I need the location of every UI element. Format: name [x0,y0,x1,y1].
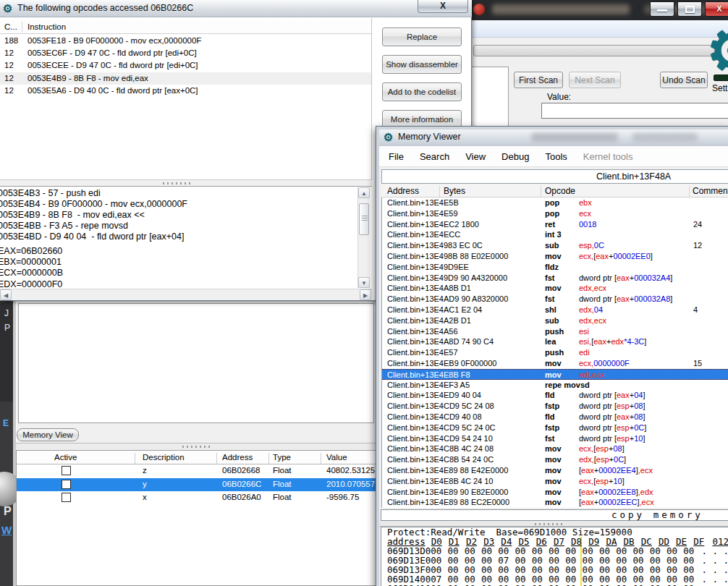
operand-segment: ecx, [579,444,593,453]
disassembler-row[interactable]: Client.bin+13E4C8B 54 24 0Cmovedx,[esp+0… [382,454,728,465]
active-checkbox[interactable] [62,480,71,489]
operand-segment: ecx [579,209,591,218]
operand-segment: dword ptr [ [579,273,617,282]
column-header-address[interactable]: Address [387,186,419,196]
access-count: 12 [4,74,14,82]
disassembler-row[interactable]: Client.bin+13E4E8B F8movedi,eax [382,369,728,380]
disassembler-row[interactable]: Client.bin+13E4AC1 E2 04shledx,044 [382,305,728,315]
active-checkbox[interactable] [62,493,71,502]
operand-segment: edx, [579,455,594,464]
minimize-button[interactable] [650,1,674,17]
disassembler-row[interactable]: Client.bin+13E4A2B D1subedx,ecx [382,315,728,326]
vertical-scrollbar[interactable]: ▲ ▼ [357,187,370,288]
add-to-codelist-button[interactable]: Add to the codelist [382,82,462,101]
scroll-up-icon[interactable]: ▲ [358,187,370,198]
next-scan-button[interactable]: Next Scan [569,72,621,88]
disassembler-row[interactable]: Client.bin+13E4E89 88 E42E0000mov[eax+00… [382,465,728,476]
memory-viewer-titlebar[interactable]: ⚙ Memory Viewer [379,129,728,146]
disassembler-row[interactable]: Client.bin+13E4ED9 40 04flddword ptr [ea… [382,390,728,401]
disassembler-row[interactable]: Client.bin+13E4AD9 90 A8320000fstdword p… [382,294,728,305]
operand-segment: ] [651,252,653,260]
disassembler-row[interactable]: Client.bin+13E49D9EEfldz [382,262,728,273]
memory-view-button[interactable]: Memory View [17,428,79,441]
settings-link[interactable]: Sett [712,83,727,93]
opcodes-titlebar[interactable]: ⚙ The following opcodes accessed 06B0266… [0,0,472,17]
scrollbar-thumb[interactable] [359,203,369,235]
table-row[interactable]: x06B026A0Float-9596.75 [17,491,376,505]
show-disassembler-button[interactable]: Show disassembler [382,55,462,74]
opcodes-splitter[interactable] [0,179,372,187]
disassembler-row[interactable]: Client.bin+13E4983 EC 0Csubesp,0C12 [382,240,728,251]
column-header-bytes[interactable]: Bytes [444,186,465,196]
disassembler-row[interactable]: Client.bin+13E4CD9 54 24 10fstdword ptr … [382,433,728,444]
column-header-instruction[interactable]: Instruction [27,22,66,31]
disassembler-row[interactable]: Client.bin+13E4CD9 5C 24 08fstpdword ptr… [382,401,728,412]
menu-kernel-tools[interactable]: Kernel tools [575,151,641,162]
disassembler-row[interactable]: Client.bin+13E4A8D 74 90 C4leaesi,[eax+e… [382,336,728,347]
disassembler-row[interactable]: Client.bin+13E4EC2 1800ret001824 [382,219,728,230]
menu-tools[interactable]: Tools [537,151,575,162]
first-scan-button[interactable]: First Scan [514,72,563,88]
menu-debug[interactable]: Debug [494,151,537,162]
column-header-comment[interactable]: Comment [693,186,728,196]
maximize-button[interactable] [677,1,702,17]
disassembler-row[interactable]: Client.bin+13E4E89 88 EC2E0000mov[eax+00… [382,497,728,508]
undo-scan-button[interactable]: Undo Scan [660,72,708,88]
menu-search[interactable]: Search [412,151,457,162]
disassembler-row[interactable]: Client.bin+13E4E57pushedi [382,347,728,358]
opcode-list-row[interactable]: 1880053FE18 - B9 0F000000 - mov ecx,0000… [0,35,372,47]
register-value: EBX=00000001 [0,257,63,268]
disassembler-row[interactable]: Client.bin+13E4E59popecx [382,208,728,219]
row-value: 2010.070557 [326,480,375,488]
column-divider [439,186,440,197]
row-operands: dword ptr [eax+000032A8] [579,294,672,303]
disassembler-row[interactable]: Client.bin+13E4C8B 4C 24 08movecx,[esp+0… [382,443,728,454]
disassembler-row[interactable]: Client.bin+13E4E5Bpopebx [382,198,728,208]
disassembler-address-bar[interactable]: Client.bin+13F48A [381,169,728,184]
disassembler-row[interactable]: Client.bin+13E498B 88 E02E0000movecx,[ea… [382,251,728,262]
scroll-left-icon[interactable]: ◀ [0,289,12,300]
disassembler-row[interactable]: Client.bin+13E49D9 90 A4320000fstdword p… [382,273,728,284]
scroll-down-icon[interactable]: ▼ [358,277,370,288]
close-button[interactable]: X [705,1,728,17]
hex-view-panel[interactable]: Protect:Read/Write Base=069D1000 Size=15… [381,527,728,586]
memory-viewer-splitter[interactable] [379,521,728,527]
table-splitter[interactable] [16,443,376,449]
active-checkbox[interactable] [62,466,71,475]
disassembler-row[interactable]: Client.bin+13E4ECCint 3 [382,229,728,240]
column-header-value[interactable]: Value [326,453,347,462]
menu-file[interactable]: File [381,151,412,162]
replace-button[interactable]: Replace [382,27,462,46]
disassembler-row[interactable]: Client.bin+13E4EB9 0F000000movecx,000000… [382,358,728,369]
opcode-list-row[interactable]: 120053E5A6 - D9 40 0C - fld dword ptr [e… [0,85,372,97]
table-row[interactable]: z06B02668Float40802.53125 [17,464,376,478]
opcode-list-row[interactable]: 120053EC6F - D9 47 0C - fld dword ptr [e… [0,47,372,59]
menu-view[interactable]: View [457,151,494,162]
horizontal-scrollbar[interactable]: ◀ ▶ [0,289,372,300]
column-header-type[interactable]: Type [273,453,291,462]
column-header-address[interactable]: Address [222,453,253,462]
disassembler-row[interactable]: Client.bin+13E4CD9 40 08flddword ptr [ea… [382,412,728,422]
column-header-opcode[interactable]: Opcode [545,186,575,196]
opcode-list-row[interactable]: 120053ECEE - D9 47 0C - fld dword ptr [e… [0,59,372,72]
column-header-active[interactable]: Active [54,453,77,462]
disassembler-row[interactable]: Client.bin+13E4CD9 5C 24 0Cfstpdword ptr… [382,422,728,433]
scroll-right-icon[interactable]: ▶ [360,289,371,300]
column-header-count[interactable]: C... [4,22,17,31]
row-address-bytes: Client.bin+13E4E89 88 E42E0000 [387,466,508,475]
disassembler-row[interactable]: Client.bin+13E4A56pushesi [382,326,728,337]
blurred-background-content [632,133,698,142]
row-operands: ecx,[esp+08] [579,444,625,453]
disassembler-row[interactable]: Client.bin+13E4EF3 A5repe movsd [382,380,728,391]
disassembler-row[interactable]: Client.bin+13E4A8B D1movedx,ecx [382,283,728,294]
column-header-description[interactable]: Description [143,453,185,462]
edge-letter-link[interactable]: W [1,524,12,536]
opcodes-close-button[interactable]: X [418,0,468,13]
disassembler-row[interactable]: Client.bin+13E4E8B 4C 24 10movecx,[esp+1… [382,476,728,487]
row-operands: dword ptr [esp+0C] [579,423,646,432]
disassembler-row[interactable]: Client.bin+13E4E89 90 E82E0000mov[eax+00… [382,487,728,498]
table-row[interactable]: y06B0266CFloat2010.070557 [17,478,376,492]
opcode-list-row[interactable]: 120053E4B9 - 8B F8 - mov edi,eax [0,72,372,85]
value-input[interactable] [541,103,728,119]
row-mnemonic: mov [545,252,562,260]
